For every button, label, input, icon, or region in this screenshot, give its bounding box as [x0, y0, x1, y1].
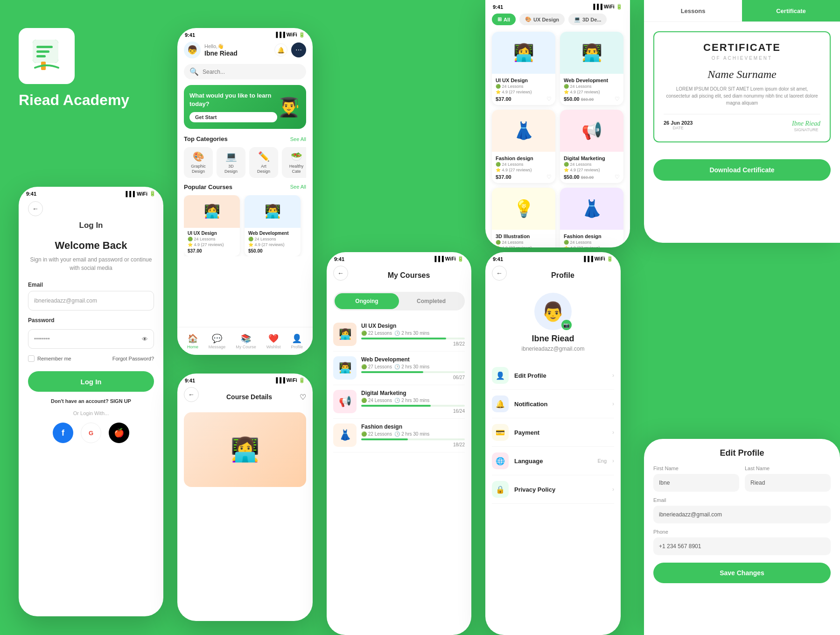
message-nav-icon: 💬: [212, 333, 222, 344]
webdev-lessons-big: 🟢 24 Lessons: [564, 84, 620, 89]
see-all-categories[interactable]: See All: [290, 136, 306, 142]
fashion-info-big: Fashion design 🟢 24 Lessons ⭐ 4.9 (27 re…: [492, 152, 555, 183]
progress-item-marketing[interactable]: 📢 Digital Marketing 🟢 24 Lessons 🕒 2 hrs…: [333, 385, 465, 419]
progress-item-fashion[interactable]: 👗 Fashion design 🟢 22 Lessons 🕒 2 hrs 30…: [333, 419, 465, 452]
profile-nav-label: Profile: [291, 345, 303, 349]
category-item-3d[interactable]: 💻 3DDesign: [217, 147, 245, 178]
login-button[interactable]: Log In: [28, 371, 154, 392]
download-certificate-button[interactable]: Download Certificate: [653, 159, 831, 181]
category-item-healthy[interactable]: 🥗 HealthyCate: [282, 147, 306, 178]
progress-name-fashion: Fashion design: [361, 423, 465, 430]
lastname-label: Last Name: [745, 466, 831, 471]
status-bar-profile: 9:41 ▐▐▐ WiFi 🔋: [485, 252, 621, 262]
course-3d[interactable]: 💡 3D Illustration 🟢 24 Lessons ⭐ 4.9 (27…: [492, 188, 555, 247]
progress-bar-webdev: [361, 371, 465, 373]
profile-nav-icon: 👤: [292, 333, 302, 344]
progress-bar-fashion: [361, 438, 465, 440]
wishlist-nav-icon: ❤️: [268, 333, 279, 344]
3d-info-big: 3D Illustration 🟢 24 Lessons ⭐ 4.9 (27 r…: [492, 230, 555, 247]
back-button-profile[interactable]: ←: [492, 266, 507, 281]
category-item-art[interactable]: ✏️ ArtDesign: [249, 147, 278, 178]
nav-home[interactable]: 🏠 Home: [187, 333, 198, 349]
menu-edit-profile[interactable]: 👤 Edit Profile ›: [492, 361, 614, 390]
fashion-heart[interactable]: ♡: [546, 174, 552, 180]
profile-screen-title: Profile: [511, 271, 614, 280]
remember-me[interactable]: Remember me: [28, 355, 71, 362]
menu-payment[interactable]: 💳 Payment ›: [492, 418, 614, 447]
cert-subtitle: OF ACHIEVEMENT: [664, 56, 820, 61]
tab-completed[interactable]: Completed: [399, 293, 463, 309]
tab-certificate[interactable]: Certificate: [742, 0, 840, 21]
password-label: Password: [28, 317, 55, 324]
facebook-login-btn[interactable]: f: [53, 423, 73, 443]
edit-email-input[interactable]: ibnerieadazz@gmail.com: [653, 506, 831, 523]
category-item-graphic[interactable]: 🎨 GraphicDesign: [184, 147, 213, 178]
menu-notification[interactable]: 🔔 Notification ›: [492, 390, 614, 418]
nav-mycourse[interactable]: 📚 My Course: [236, 333, 256, 349]
phone-mycourses: 9:41 ▐▐▐ WiFi 🔋 ← My Courses Ongoing Com…: [327, 252, 471, 635]
nav-wishlist[interactable]: ❤️ Wishlist: [266, 333, 281, 349]
course-uiux[interactable]: 👩‍💻 UI UX Design 🟢 24 Lessons ⭐ 4.9 (27 …: [492, 32, 555, 105]
back-button-detail[interactable]: ←: [184, 387, 199, 402]
progress-thumb-uiux: 👩‍💻: [333, 323, 357, 346]
signup-link[interactable]: SIGN UP: [109, 398, 131, 404]
webdev-heart[interactable]: ♡: [615, 96, 620, 102]
progress-item-uiux[interactable]: 👩‍💻 UI UX Design 🟢 22 Lessons 🕒 2 hrs 30…: [333, 318, 465, 352]
cert-title: CERTIFICATE: [664, 42, 820, 54]
home-content: 👦 Hello,👋 Ibne Riead 🔔 ⋯ 🔍 What would yo…: [177, 38, 313, 256]
notification-menu-icon: 🔔: [492, 395, 509, 412]
see-all-popular[interactable]: See All: [290, 184, 306, 190]
save-changes-button[interactable]: Save Changes: [653, 563, 831, 583]
get-start-button[interactable]: Get Start: [189, 112, 277, 122]
tab-lessons[interactable]: Lessons: [644, 0, 742, 21]
detail-heart-icon[interactable]: ♡: [300, 393, 306, 402]
filter-ux[interactable]: 🎨 UX Design: [519, 14, 565, 25]
mycourse-nav-icon: 📚: [241, 333, 251, 344]
lastname-input[interactable]: Riead: [745, 474, 831, 492]
filter-3d[interactable]: 💻 3D De...: [568, 14, 607, 25]
popular-courses-title: Popular Courses: [184, 183, 232, 190]
eye-icon[interactable]: 👁: [142, 336, 148, 343]
nav-message[interactable]: 💬 Message: [209, 333, 226, 349]
firstname-input[interactable]: Ibne: [653, 474, 739, 492]
uiux-heart[interactable]: ♡: [546, 96, 552, 102]
wishlist-nav-label: Wishlist: [266, 345, 281, 349]
menu-privacy[interactable]: 🔒 Privacy Policy ›: [492, 475, 614, 504]
cert-body-text: LOREM IPSUM DOLOR SIT AMET Lorem ipsum d…: [664, 85, 820, 106]
back-button-mycourses[interactable]: ←: [333, 266, 348, 281]
battery-icon: 🔋: [149, 190, 156, 197]
art-design-icon: ✏️: [252, 151, 275, 162]
marketing-heart[interactable]: ♡: [615, 174, 620, 180]
password-input[interactable]: •••••••• 👁: [28, 329, 154, 349]
camera-icon[interactable]: 📷: [561, 320, 572, 330]
home-course-uiux[interactable]: 👩‍💻 UI UX Design 🟢 24 Lessons ⭐ 4.9 (27 …: [184, 195, 240, 256]
login-screen-title: Log In: [28, 221, 154, 230]
google-login-btn[interactable]: G: [81, 423, 101, 443]
tab-ongoing[interactable]: Ongoing: [335, 293, 399, 309]
healthy-cate-icon: 🥗: [285, 151, 306, 162]
search-input[interactable]: [203, 69, 301, 75]
forgot-password-link[interactable]: Forgot Password?: [112, 356, 154, 361]
notification-icon[interactable]: 🔔: [274, 43, 287, 56]
3d-lessons-big: 🟢 24 Lessons: [496, 240, 552, 245]
remember-checkbox[interactable]: [28, 355, 35, 362]
course-fashion2[interactable]: 👗 Fashion design 🟢 24 Lessons ⭐ 4.9 (27 …: [560, 188, 623, 247]
course-fashion[interactable]: 👗 Fashion design 🟢 24 Lessons ⭐ 4.9 (27 …: [492, 110, 555, 183]
menu-icon[interactable]: ⋯: [291, 42, 306, 57]
edit-profile-label: Edit Profile: [514, 372, 607, 379]
progress-item-webdev[interactable]: 👨‍💻 Web Development 🟢 27 Lessons 🕒 2 hrs…: [333, 352, 465, 385]
back-button-login[interactable]: ←: [28, 201, 43, 216]
course-webdev[interactable]: 👨‍💻 Web Development 🟢 24 Lessons ⭐ 4.9 (…: [560, 32, 623, 105]
menu-language[interactable]: 🌐 Language Eng ›: [492, 447, 614, 475]
email-input[interactable]: ibnerieadazz@gmail.com: [28, 291, 154, 310]
filter-all[interactable]: ⊞ All: [492, 14, 516, 25]
apple-login-btn[interactable]: 🍎: [109, 423, 129, 443]
healthy-cate-label: HealthyCate: [285, 164, 306, 174]
home-course-webdev[interactable]: 👨‍💻 Web Development 🟢 24 Lessons ⭐ 4.9 (…: [245, 195, 301, 256]
edit-phone-input[interactable]: +1 234 567 8901: [653, 537, 831, 555]
course-marketing[interactable]: 📢 Digital Marketing 🟢 24 Lessons ⭐ 4.9 (…: [560, 110, 623, 183]
or-divider: Or Login With...: [28, 410, 154, 416]
progress-count-marketing: 16/24: [361, 409, 465, 414]
nav-profile[interactable]: 👤 Profile: [291, 333, 303, 349]
search-bar[interactable]: 🔍: [184, 64, 306, 79]
